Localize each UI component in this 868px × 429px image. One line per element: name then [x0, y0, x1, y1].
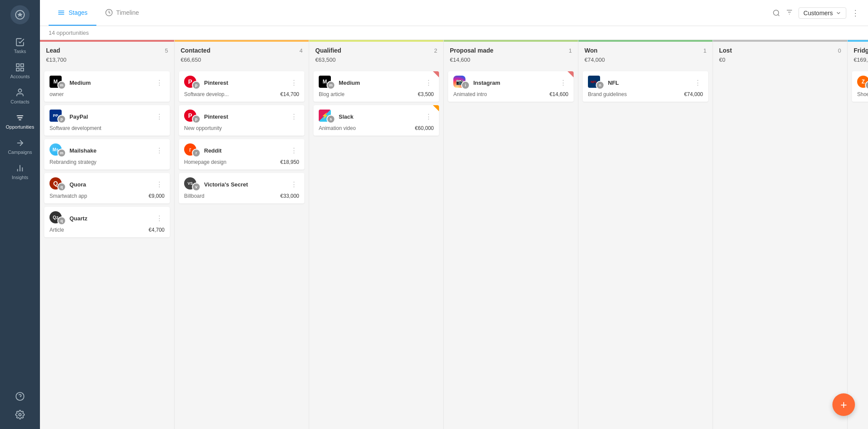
tab-stages[interactable]: Stages — [49, 0, 96, 26]
card-nfl-desc: Brand guidelines — [588, 91, 627, 97]
card-nfl-name: NFL — [608, 80, 619, 86]
column-proposal-amount: €14,600 — [450, 57, 470, 63]
column-won-header: Won 1 €74,000 — [578, 42, 713, 68]
column-qualified: Qualified 2 €63,500 M m Medium — [309, 40, 444, 429]
header-right: Customers ⋮ — [772, 7, 859, 19]
card-medium-owner-name: Medium — [69, 80, 91, 86]
card-pinterest-sw-desc: Software develop... — [184, 91, 229, 97]
sidebar-item-contacts[interactable]: Contacts — [0, 83, 40, 109]
svg-rect-1 — [17, 64, 19, 67]
card-medium-owner-menu[interactable]: ⋮ — [154, 79, 165, 87]
card-mailshake-menu[interactable]: ⋮ — [154, 146, 165, 155]
card-medium-owner[interactable]: M m Medium ⋮ owner — [44, 71, 170, 102]
column-fridge-header: Fridge 1 €169,000 — [848, 42, 868, 68]
card-victoria[interactable]: VS v Victoria's Secret ⋮ Billboard €33,0… — [179, 173, 304, 203]
add-opportunity-fab[interactable]: + — [832, 393, 855, 416]
column-proposal: Proposal made 1 €14,600 📷 i I — [444, 40, 578, 429]
card-pinterest-new-menu[interactable]: ⋮ — [289, 113, 299, 121]
column-qualified-body: M m Medium ⋮ Blog article €3,500 — [309, 68, 443, 429]
column-won-title: Won — [584, 47, 597, 54]
sidebar-item-accounts[interactable]: Accounts — [0, 58, 40, 83]
medium-avatar: M m — [50, 76, 66, 90]
svg-point-12 — [19, 413, 21, 416]
column-fridge-amount: €169,000 — [854, 57, 868, 63]
card-pinterest-sw-menu[interactable]: ⋮ — [289, 79, 299, 87]
victoria-avatar: VS v — [184, 177, 201, 191]
svg-rect-3 — [21, 68, 23, 71]
card-instagram-menu[interactable]: ⋮ — [558, 79, 568, 87]
column-lead: Lead 5 €13,700 M m Medium — [40, 40, 175, 429]
sidebar-item-opportunities-label: Opportunities — [6, 124, 34, 130]
card-pinterest-sw-amount: €14,700 — [281, 91, 299, 97]
card-medium-blog-flag — [433, 71, 439, 77]
card-medium-blog-name: Medium — [339, 80, 360, 86]
card-instagram[interactable]: 📷 i Instagram ⋮ Animated intro €14,600 — [448, 71, 574, 102]
card-slack-flag — [433, 105, 439, 111]
quartz-avatar: Qz q — [50, 211, 66, 225]
card-mailshake-name: Mailshake — [69, 147, 96, 154]
column-won-count: 1 — [703, 47, 706, 54]
card-pinterest-new-desc: New opportunity — [184, 125, 299, 131]
search-button[interactable] — [772, 9, 780, 17]
card-paypal-menu[interactable]: ⋮ — [154, 113, 165, 121]
card-quora-menu[interactable]: ⋮ — [154, 180, 165, 189]
card-quora-name: Quora — [69, 181, 86, 188]
filter-button[interactable] — [785, 8, 793, 18]
sidebar-item-insights[interactable]: Insights — [0, 159, 40, 184]
card-slack-menu[interactable]: ⋮ — [423, 113, 434, 121]
card-reddit[interactable]: r r Reddit ⋮ Homepage design €18,950 — [179, 139, 304, 170]
sidebar-item-campaigns[interactable]: Campaigns — [0, 134, 40, 159]
card-paypal-name: PayPal — [69, 113, 88, 120]
sidebar-item-accounts-label: Accounts — [10, 74, 30, 79]
svg-point-5 — [18, 89, 21, 92]
card-quartz-amount: €4,700 — [149, 227, 165, 233]
card-medium-blog[interactable]: M m Medium ⋮ Blog article €3,500 — [314, 71, 439, 102]
card-quartz-menu[interactable]: ⋮ — [154, 214, 165, 223]
card-nfl[interactable]: NFL n NFL ⋮ Brand guidelines €74,000 — [583, 71, 708, 102]
kanban-board: Lead 5 €13,700 M m Medium — [40, 40, 868, 429]
column-qualified-title: Qualified — [315, 47, 341, 54]
pinterest-sw-avatar: P p — [184, 76, 201, 90]
column-lost-amount: €0 — [719, 57, 725, 63]
column-lost-body — [713, 68, 847, 429]
card-victoria-menu[interactable]: ⋮ — [289, 180, 299, 189]
column-lost-count: 0 — [838, 47, 841, 54]
column-lost: Lost 0 €0 — [713, 40, 848, 429]
sidebar-item-opportunities[interactable]: Opportunities — [0, 109, 40, 134]
medium-blog-avatar: M m — [319, 76, 335, 90]
card-pinterest-new[interactable]: P p Pinterest ⋮ New opportunity — [179, 105, 304, 136]
card-quartz[interactable]: Qz q Quartz ⋮ Article €4,700 — [44, 207, 170, 237]
card-reddit-menu[interactable]: ⋮ — [289, 146, 299, 155]
mailshake-avatar: Ms m — [50, 143, 66, 157]
column-lost-title: Lost — [719, 47, 732, 54]
customers-dropdown[interactable]: Customers — [799, 7, 846, 19]
sidebar-item-insights-label: Insights — [12, 175, 28, 180]
card-medium-blog-desc: Blog article — [319, 91, 344, 97]
column-fridge-title: Fridge — [854, 47, 868, 54]
card-instagram-desc: Animated intro — [453, 91, 487, 97]
card-quora[interactable]: Q q Quora ⋮ Smartwatch app €9,000 — [44, 173, 170, 203]
card-nfl-amount: €74,000 — [684, 91, 703, 97]
sidebar-item-tasks-label: Tasks — [14, 49, 26, 54]
sidebar-item-settings[interactable] — [15, 406, 25, 424]
card-zalando[interactable]: Z z Zalando ⋮ Shoe box deal €169,000 — [852, 71, 868, 102]
more-options-button[interactable]: ⋮ — [851, 8, 859, 18]
app-logo[interactable] — [10, 5, 30, 24]
card-slack[interactable]: ⚡ s Slack ⋮ Animation video €60,000 — [314, 105, 439, 136]
tab-timeline-label: Timeline — [116, 9, 139, 16]
card-paypal[interactable]: PP p PayPal ⋮ Software development — [44, 105, 170, 136]
card-victoria-desc: Billboard — [184, 193, 205, 199]
card-instagram-flag — [568, 71, 574, 77]
tab-timeline[interactable]: Timeline — [96, 0, 148, 26]
column-lead-header: Lead 5 €13,700 — [40, 42, 174, 68]
card-pinterest-sw[interactable]: P p Pinterest ⋮ Software develop... €14,… — [179, 71, 304, 102]
opportunities-count: 14 opportunities — [49, 30, 89, 36]
card-instagram-amount: €14,600 — [550, 91, 568, 97]
sidebar-item-tasks[interactable]: Tasks — [0, 33, 40, 58]
card-medium-blog-menu[interactable]: ⋮ — [423, 79, 434, 87]
card-mailshake[interactable]: Ms m Mailshake ⋮ Rebranding strategy — [44, 139, 170, 170]
nfl-avatar: NFL n — [588, 76, 604, 90]
sidebar-item-help[interactable] — [15, 387, 25, 406]
zalando-avatar: Z z — [857, 76, 868, 90]
card-nfl-menu[interactable]: ⋮ — [693, 79, 703, 87]
